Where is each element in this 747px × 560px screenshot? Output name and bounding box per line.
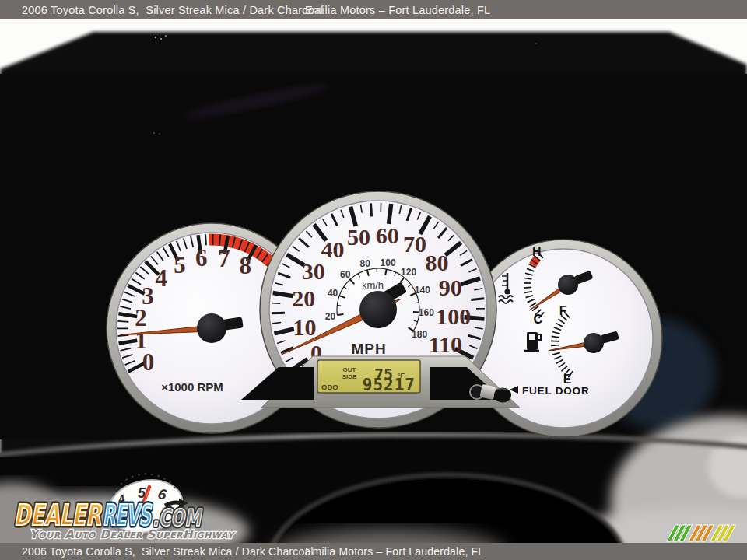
tach-numeral: 8 [240,252,252,279]
dealer-name-bottom: Emilia Motors – Fort Lauderdale, FL [305,545,484,558]
tach-needle-hub [197,313,226,343]
fuel-numeral: E [563,373,572,386]
speedo-numeral: 80 [425,250,448,275]
temp-numeral: H [532,245,542,258]
tach-numeral: 7 [218,245,230,272]
speedo-tick [471,299,484,300]
kmh-numeral: 60 [340,269,351,280]
speedo-tick [272,303,280,304]
fuel-door-text: FUEL DOOR [522,385,589,397]
temp-needle-hub [558,275,578,295]
temp-tick [524,287,531,288]
speedo-numeral: 90 [439,275,462,300]
speedo-numeral: 70 [403,231,426,257]
kmh-numeral: 20 [325,311,336,322]
cluster-photo: 012345678 ×1000 RPM HC FE [0,19,747,543]
speedo-numeral: 40 [321,236,345,262]
fuel-door-label: FUEL DOOR [510,385,589,397]
kmh-numeral: 160 [419,307,434,318]
speedo-unit-label: MPH [351,341,386,357]
kmh-numeral: 80 [360,258,371,269]
kmh-tick [337,305,341,306]
tach-tick [117,335,128,336]
top-caption-bar: 2006 Toyota Corolla S, Silver Streak Mic… [0,0,747,19]
kmh-numeral: 140 [415,285,430,296]
cluster-photo-svg: 012345678 ×1000 RPM HC FE [0,19,747,543]
speedo-needle-hub [359,291,397,328]
fuel-tick [551,345,559,346]
tach-numeral: 3 [142,282,154,310]
speedo-tick [389,204,391,224]
speedo-numeral: 50 [347,224,370,250]
odometer-display: OUT SIDE 75 °F ODO 95217 [317,360,420,394]
lcd-outside-line1: OUT [343,366,356,373]
fuel-needle-hub [584,333,604,353]
temp-numeral: C [534,313,543,326]
speedo-numeral: 20 [292,285,315,311]
kmh-tick [337,314,343,315]
bottom-caption-bar: 2006 Toyota Corolla S, Silver Streak Mic… [0,543,747,560]
speedo-numeral: 100 [436,303,471,329]
speedo-numeral: 60 [376,222,399,248]
kmh-numeral: 180 [412,329,427,340]
kmh-numeral: 100 [381,257,396,268]
vehicle-title-bottom: 2006 Toyota Corolla S, Silver Streak Mic… [22,545,314,558]
dealer-name: Emilia Motors – Fort Lauderdale, FL [305,4,490,16]
lcd-odo-label: ODO [321,383,338,391]
fuel-numeral: F [559,304,567,317]
logo-tagline: Your Auto Dealer SuperHighway [30,527,236,541]
lcd-odo-value: 95217 [363,376,416,394]
tach-tick [117,321,128,322]
tach-numeral: 6 [195,244,208,271]
kmh-numeral: 40 [328,288,338,299]
speedo-numeral: 110 [429,331,462,357]
lcd-outside-line2: SIDE [342,373,357,380]
tach-numeral: 5 [174,251,186,278]
kmh-unit-label: km/h [362,279,384,291]
speedo-tick [272,313,285,313]
tach-unit-label: ×1000 RPM [161,380,223,394]
tach-numeral: 4 [156,264,168,292]
kmh-numeral: 120 [401,267,416,278]
speedo-numeral: 10 [293,314,316,340]
page: 2006 Toyota Corolla S, Silver Streak Mic… [0,0,747,560]
speedo-tick [370,203,371,216]
vehicle-title: 2006 Toyota Corolla S, Silver Streak Mic… [22,4,324,16]
